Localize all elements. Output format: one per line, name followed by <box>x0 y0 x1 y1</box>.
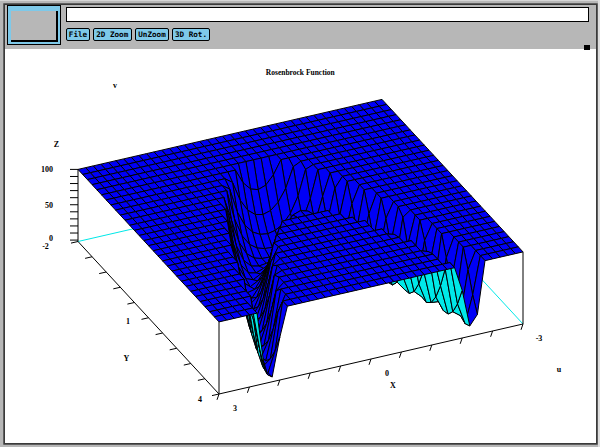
toolbar: File 2D Zoom UnZoom 3D Rot. <box>5 5 596 49</box>
svg-text:1: 1 <box>126 317 130 326</box>
svg-text:0: 0 <box>49 234 53 243</box>
svg-text:u: u <box>557 365 562 374</box>
svg-text:Z: Z <box>54 140 59 149</box>
pane-grip[interactable] <box>584 45 590 51</box>
svg-text:3: 3 <box>233 404 237 413</box>
svg-text:4: 4 <box>198 395 202 404</box>
hidden-box-edges <box>78 99 523 324</box>
unzoom-button-label: UnZoom <box>138 30 165 39</box>
file-button[interactable]: File <box>66 28 90 41</box>
2d-zoom-button[interactable]: 2D Zoom <box>93 28 133 41</box>
3d-rot-button-label: 3D Rot. <box>175 30 207 39</box>
surface-mesh <box>78 99 523 377</box>
axes <box>70 169 523 399</box>
window-logo-panel-inner <box>11 11 58 42</box>
axis-labels: 050100-21430-3XYZvu <box>41 81 562 413</box>
svg-text:Y: Y <box>124 354 130 363</box>
window-logo-panel <box>7 5 61 45</box>
svg-text:0: 0 <box>385 369 389 378</box>
plot-area: 050100-21430-3XYZvu Rosenbrock Function <box>5 49 596 443</box>
3d-rot-button[interactable]: 3D Rot. <box>172 28 210 41</box>
plot-title: Rosenbrock Function <box>5 68 596 77</box>
2d-zoom-button-label: 2D Zoom <box>96 30 128 39</box>
window-frame-highlight <box>0 0 600 1</box>
file-button-label: File <box>69 30 87 39</box>
message-bar <box>66 7 589 22</box>
window-content: File 2D Zoom UnZoom 3D Rot. 050100-21430… <box>5 5 596 443</box>
svg-text:50: 50 <box>45 201 53 210</box>
unzoom-button[interactable]: UnZoom <box>135 28 169 41</box>
scilab-graphics-window: File 2D Zoom UnZoom 3D Rot. 050100-21430… <box>0 0 600 447</box>
svg-text:-2: -2 <box>42 242 49 251</box>
svg-text:-3: -3 <box>536 334 543 343</box>
svg-text:100: 100 <box>41 165 53 174</box>
svg-text:X: X <box>390 381 396 390</box>
svg-text:v: v <box>113 81 117 90</box>
